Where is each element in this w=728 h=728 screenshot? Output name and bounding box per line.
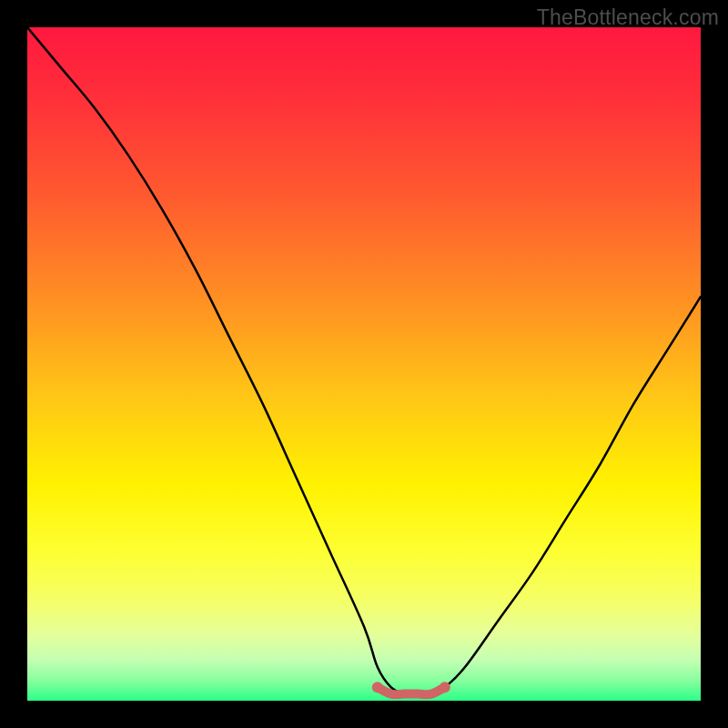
curve-layer	[27, 27, 701, 701]
chart-frame: TheBottleneck.com	[0, 0, 728, 728]
flat-segment-dot-left	[372, 682, 383, 693]
watermark-text: TheBottleneck.com	[537, 5, 719, 30]
flat-segment	[378, 687, 445, 694]
plot-area	[27, 27, 701, 701]
flat-segment-dot-right	[440, 682, 450, 693]
bottleneck-curve	[27, 27, 701, 694]
